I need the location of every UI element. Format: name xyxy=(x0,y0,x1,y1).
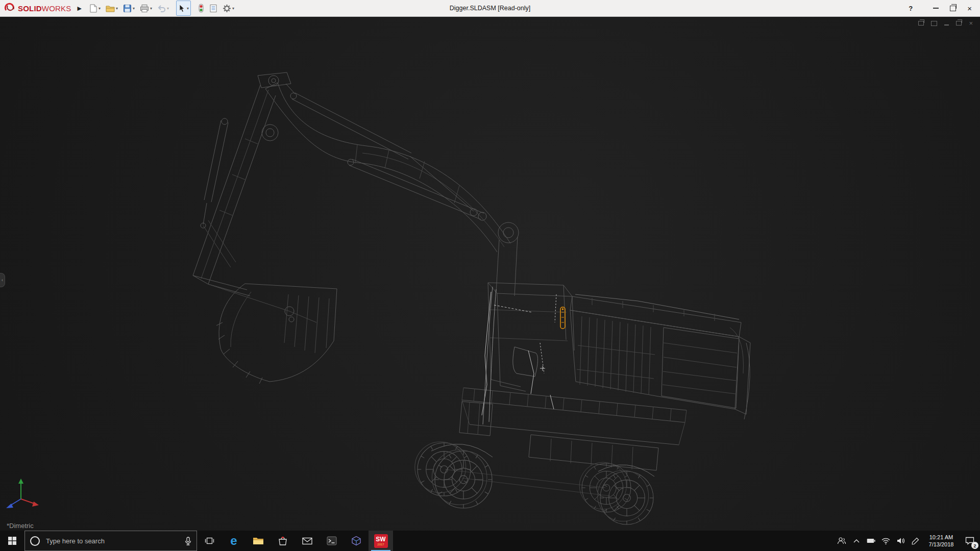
help-button[interactable]: ? xyxy=(909,5,913,12)
edge-button[interactable]: e xyxy=(222,531,246,551)
pen-icon xyxy=(912,537,919,545)
people-icon xyxy=(837,537,846,545)
file-explorer-icon xyxy=(253,536,264,545)
print-icon xyxy=(140,4,149,13)
minimize-button[interactable] xyxy=(933,8,939,9)
store-bag-icon xyxy=(278,536,287,545)
edge-icon: e xyxy=(230,535,237,547)
undo-icon xyxy=(157,4,166,13)
file-explorer-button[interactable] xyxy=(246,531,271,551)
new-document-button[interactable]: ▾ xyxy=(87,1,103,16)
chevron-up-icon xyxy=(853,539,860,543)
brand-text: SOLIDWORKS xyxy=(18,4,71,13)
options-gear-icon xyxy=(223,4,231,13)
3d-viewer-cube-icon xyxy=(351,536,361,546)
menu-expand-arrow[interactable]: ▶ xyxy=(78,5,82,12)
solidworks-logo: SOLIDWORKS xyxy=(0,3,77,14)
pen-button[interactable] xyxy=(908,531,923,551)
3ds-compass-icon xyxy=(4,3,15,14)
desktop: { "titlebar": { "brand_bold": "SOLID", "… xyxy=(0,0,980,551)
store-button[interactable] xyxy=(271,531,295,551)
standard-toolbar: ▾ ▾ ▾ ▾ ▾ xyxy=(87,1,236,16)
select-tool-button[interactable]: ▾ xyxy=(176,1,191,16)
search-circle-icon xyxy=(30,536,40,546)
undo-button[interactable]: ▾ xyxy=(155,1,171,16)
action-center-button[interactable]: 2 xyxy=(960,531,980,551)
wifi-icon xyxy=(881,538,890,544)
hidden-icons-button[interactable] xyxy=(849,531,864,551)
new-document-icon xyxy=(89,4,97,13)
start-button[interactable] xyxy=(0,531,24,551)
options-button[interactable]: ▾ xyxy=(220,1,236,16)
clock-date: 7/13/2018 xyxy=(929,541,954,548)
save-icon xyxy=(123,4,132,13)
rebuild-button[interactable] xyxy=(196,1,206,16)
title-bar: SOLIDWORKS ▶ ▾ ▾ ▾ xyxy=(0,0,980,17)
battery-icon xyxy=(867,538,875,543)
search-input[interactable] xyxy=(45,537,180,545)
system-tray: 10:21 AM 7/13/2018 2 xyxy=(834,531,980,551)
windows-taskbar: e SW 2017 xyxy=(0,531,980,551)
console-button[interactable] xyxy=(320,531,344,551)
task-view-button[interactable] xyxy=(197,531,222,551)
notification-badge: 2 xyxy=(971,542,978,549)
mail-button[interactable] xyxy=(295,531,320,551)
task-view-icon xyxy=(205,537,214,545)
file-properties-icon xyxy=(209,4,217,13)
select-cursor-icon xyxy=(178,4,186,13)
volume-button[interactable] xyxy=(893,531,908,551)
file-properties-button[interactable] xyxy=(207,1,219,16)
mail-icon xyxy=(302,537,312,545)
rebuild-stoplight-icon xyxy=(198,4,204,13)
graphics-area[interactable]: × ‹ xyxy=(0,16,980,531)
restore-button[interactable] xyxy=(950,6,956,11)
close-button[interactable]: × xyxy=(967,5,972,12)
print-button[interactable]: ▾ xyxy=(138,1,154,16)
open-folder-icon xyxy=(106,4,115,13)
clock-time: 10:21 AM xyxy=(929,534,954,541)
selected-component-highlight[interactable] xyxy=(560,307,565,329)
wireframe-digger-model xyxy=(0,16,980,531)
view-orientation-label: *Dimetric xyxy=(7,522,34,530)
solidworks-app-icon: SW 2017 xyxy=(374,534,388,548)
3d-viewer-button[interactable] xyxy=(344,531,369,551)
taskbar-search[interactable] xyxy=(24,531,197,551)
microphone-icon[interactable] xyxy=(185,537,191,545)
solidworks-taskbar-button[interactable]: SW 2017 xyxy=(369,531,393,551)
reference-triad xyxy=(6,479,39,508)
save-button[interactable]: ▾ xyxy=(121,1,137,16)
taskbar-clock[interactable]: 10:21 AM 7/13/2018 xyxy=(923,531,960,551)
speaker-icon xyxy=(897,537,905,544)
battery-button[interactable] xyxy=(864,531,878,551)
people-button[interactable] xyxy=(834,531,849,551)
open-button[interactable]: ▾ xyxy=(104,1,120,16)
windows-logo-icon xyxy=(8,537,16,545)
window-controls: ? × xyxy=(909,5,980,12)
console-icon xyxy=(327,536,337,545)
network-button[interactable] xyxy=(878,531,893,551)
window-title: Digger.SLDASM [Read-only] xyxy=(450,0,530,16)
